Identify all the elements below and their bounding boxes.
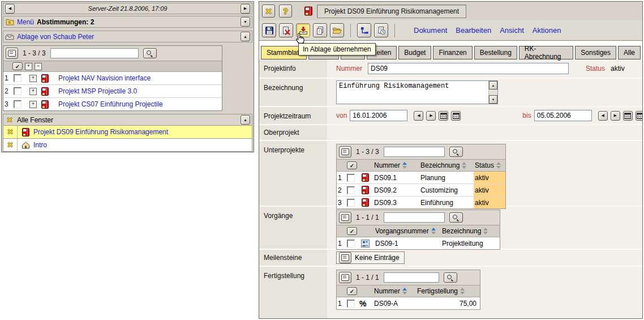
date-prev-button[interactable]: ◀ <box>598 111 608 121</box>
table-search-input[interactable] <box>384 272 439 283</box>
collapse-all-button[interactable]: − <box>35 63 42 70</box>
expand-all-button[interactable]: + <box>25 63 32 70</box>
window-link[interactable]: Projekt DS09 Einführung Risikomanagement <box>33 128 168 136</box>
table-search-button[interactable] <box>444 272 457 283</box>
field-label: Unterprojekte <box>259 141 327 206</box>
calendar-button[interactable] <box>636 111 642 121</box>
cell-nummer[interactable]: DS09-A <box>373 297 416 309</box>
date-next-button[interactable]: ▶ <box>426 111 436 121</box>
bezeichnung-textarea[interactable]: Einführung Risikomanagement ▲ ▼ <box>336 80 498 104</box>
row-checkbox[interactable] <box>347 300 355 308</box>
list-search-button[interactable] <box>143 48 157 58</box>
project-link[interactable]: Projekt CS07 Einführung Projectile <box>58 100 163 108</box>
column-header[interactable]: Nummer <box>373 160 419 172</box>
menu-bearbeiten[interactable]: Bearbeiten <box>456 26 491 35</box>
take-to-ablage-button[interactable] <box>296 23 310 37</box>
open-folder-button[interactable] <box>330 23 344 37</box>
cell-nummer[interactable]: DS09.1 <box>373 172 419 184</box>
table-search-button[interactable] <box>449 147 463 157</box>
close-document-button[interactable]: ✕ <box>262 5 275 18</box>
column-header[interactable]: Bezeichnung <box>419 160 474 172</box>
scroll-down-button[interactable]: ▼ <box>489 95 497 104</box>
bis-date-input[interactable] <box>534 110 592 121</box>
list-menu-button[interactable] <box>6 48 18 59</box>
list-menu-button[interactable] <box>339 146 351 157</box>
cell-vorgangsnummer[interactable]: DS09-1 <box>374 237 441 249</box>
sort-icon[interactable] <box>460 288 465 295</box>
column-header[interactable]: Bezeichnung <box>441 225 500 237</box>
sort-icon[interactable] <box>402 288 407 295</box>
column-header[interactable]: Fertigstellung <box>416 285 480 297</box>
column-header[interactable]: Vorgangsnummer <box>374 225 441 237</box>
tab-finanzen[interactable]: Finanzen <box>433 46 472 59</box>
cell-nummer[interactable]: DS09.2 <box>373 184 419 197</box>
copy-button[interactable] <box>313 23 327 37</box>
row-checkbox[interactable] <box>347 174 355 182</box>
check-all-button[interactable]: ✓ <box>12 62 23 70</box>
project-link[interactable]: Projekt NAV Navision interface <box>58 74 151 82</box>
date-prev-button[interactable]: ◀ <box>414 111 423 121</box>
sort-icon[interactable] <box>462 162 466 169</box>
expand-node-button[interactable]: + <box>29 88 37 95</box>
delete-button[interactable] <box>279 23 293 37</box>
scroll-up-button[interactable]: ▲ <box>489 81 497 89</box>
textarea-scrollbar[interactable]: ▲ ▼ <box>488 81 497 104</box>
menu-link[interactable]: Menü <box>17 18 34 26</box>
help-button[interactable]: ? <box>279 5 292 18</box>
tab-alle[interactable]: Alle <box>618 46 641 59</box>
table-search-input[interactable] <box>384 147 445 157</box>
list-menu-button[interactable] <box>339 212 351 223</box>
check-all-button[interactable]: ✓ <box>347 227 357 235</box>
von-date-input[interactable] <box>350 110 407 121</box>
list-menu-button[interactable] <box>339 272 351 283</box>
menu-dokument[interactable]: Dokument <box>414 26 447 35</box>
row-checkbox[interactable] <box>347 199 355 207</box>
table-pager: 1 - 1 / 1 <box>356 214 379 221</box>
row-checkbox[interactable] <box>14 74 22 82</box>
scroll-left-button[interactable]: ◀ <box>5 4 15 14</box>
table-search-input[interactable] <box>384 212 445 223</box>
tab-bestellung[interactable]: Bestellung <box>474 46 517 59</box>
tab-budget[interactable]: Budget <box>398 46 431 59</box>
calendar-button[interactable] <box>439 111 448 121</box>
window-item-active[interactable]: ✕ Projekt DS09 Einführung Risikomanageme… <box>3 126 252 139</box>
collapse-button[interactable]: ▲ <box>241 32 250 41</box>
close-window-button[interactable]: ✕ <box>3 139 18 151</box>
expand-node-button[interactable]: + <box>29 101 37 108</box>
workflow-button[interactable] <box>357 23 371 37</box>
calendar-button[interactable] <box>623 111 633 121</box>
column-header[interactable]: Nummer <box>373 285 416 297</box>
column-header[interactable]: Status <box>474 160 505 172</box>
menu-ansicht[interactable]: Ansicht <box>500 26 524 35</box>
list-search-input[interactable] <box>50 48 139 58</box>
check-all-button[interactable]: ✓ <box>347 287 357 295</box>
menu-aktionen[interactable]: Aktionen <box>533 26 561 35</box>
sort-icon[interactable] <box>402 162 407 169</box>
tab-sonstiges[interactable]: Sonstiges <box>575 46 616 59</box>
tab-rk-abrechnung[interactable]: RK-Abrechnung <box>519 46 573 59</box>
menu-dropdown-button[interactable]: ▼ <box>241 17 250 27</box>
save-button[interactable] <box>262 23 276 37</box>
sort-icon[interactable] <box>496 162 501 169</box>
expand-node-button[interactable]: + <box>29 75 37 82</box>
calendar-button[interactable] <box>451 111 461 121</box>
date-next-button[interactable]: ▶ <box>611 111 620 121</box>
sort-icon[interactable] <box>431 228 436 234</box>
table-search-button[interactable] <box>449 212 463 223</box>
project-link[interactable]: Projekt MSP Projectile 3.0 <box>58 87 137 95</box>
window-item[interactable]: ✕ Intro <box>3 139 252 152</box>
check-all-button[interactable]: ✓ <box>347 161 357 169</box>
close-window-button[interactable]: ✕ <box>3 126 18 138</box>
row-checkbox[interactable] <box>14 87 22 95</box>
collapse-button[interactable]: ▲ <box>241 115 250 125</box>
row-checkbox[interactable] <box>347 186 355 194</box>
ablage-link[interactable]: Ablage von Schaub Peter <box>17 33 94 41</box>
sort-icon[interactable] <box>483 228 488 234</box>
scroll-right-button[interactable]: ▶ <box>241 4 250 14</box>
list-menu-button[interactable] <box>339 252 351 263</box>
nummer-input[interactable] <box>368 63 569 74</box>
window-link[interactable]: Intro <box>33 141 47 149</box>
row-checkbox[interactable] <box>347 240 355 248</box>
row-checkbox[interactable] <box>14 100 22 108</box>
history-button[interactable] <box>374 23 388 37</box>
